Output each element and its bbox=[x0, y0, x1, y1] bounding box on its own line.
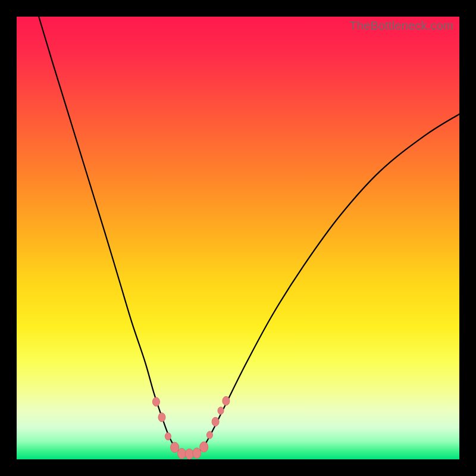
curve-marker bbox=[212, 417, 219, 426]
curve-layer bbox=[17, 17, 459, 459]
chart-frame: TheBottleneck.com bbox=[0, 0, 476, 476]
bottleneck-curve bbox=[39, 17, 459, 455]
curve-marker bbox=[218, 407, 224, 415]
curve-marker bbox=[178, 449, 186, 459]
marker-layer bbox=[152, 396, 230, 459]
curve-marker bbox=[152, 397, 159, 406]
curve-marker bbox=[158, 413, 165, 422]
curve-marker bbox=[200, 441, 208, 452]
curve-marker bbox=[193, 448, 201, 459]
curve-marker bbox=[165, 433, 171, 440]
chart-plot-area: TheBottleneck.com bbox=[17, 17, 459, 459]
curve-marker bbox=[185, 449, 193, 459]
curve-marker bbox=[171, 442, 179, 453]
curve-marker bbox=[223, 396, 230, 405]
curve-marker bbox=[206, 431, 212, 439]
